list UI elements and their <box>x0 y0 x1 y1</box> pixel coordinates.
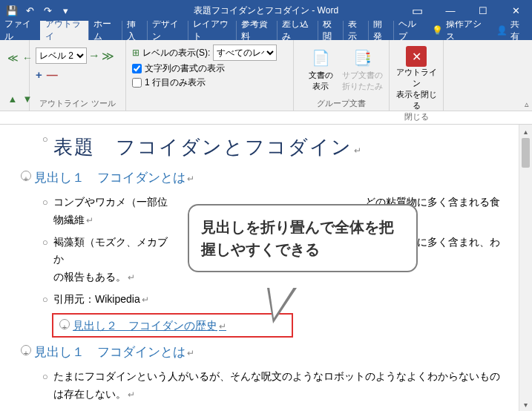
demote-icon[interactable]: → <box>88 49 100 62</box>
scroll-down-icon[interactable]: ▾ <box>519 398 532 411</box>
tab-layout[interactable]: レイアウト <box>188 21 236 40</box>
body-bullet-icon: ○ <box>37 368 53 382</box>
show-document-button[interactable]: 📄 文書の 表示 <box>300 43 341 92</box>
tab-view[interactable]: 表示 <box>343 21 368 40</box>
move-up-icon[interactable]: ▲ <box>6 93 19 105</box>
collapse-subdocs-button: 📑 サブ文書の 折りたたみ <box>341 43 383 92</box>
tab-review[interactable]: 校閲 <box>318 21 343 40</box>
group-label-master: グループ文書 <box>300 98 383 111</box>
body-bullet-icon: ○ <box>37 131 53 145</box>
window-title: 表題フコイダンとフコダイン - Word <box>194 4 338 17</box>
promote-to-heading1-icon[interactable]: ≪ <box>6 47 19 68</box>
minimize-button[interactable]: — <box>434 0 467 21</box>
lightbulb-icon: 💡 <box>432 25 443 36</box>
close-button[interactable]: ✕ <box>499 0 532 21</box>
save-icon[interactable]: 💾 <box>4 3 19 18</box>
show-level-icon: ⊞ <box>132 47 139 58</box>
tab-developer[interactable]: 開発 <box>368 21 393 40</box>
tab-outline[interactable]: アウトライ <box>40 21 88 40</box>
tell-me-input[interactable]: 操作アシス <box>446 18 483 43</box>
expand-node-icon[interactable]: + <box>21 171 31 181</box>
tab-references[interactable]: 参考資料 <box>236 21 277 40</box>
body-bullet-icon: ○ <box>37 234 53 248</box>
body-para[interactable]: フコイダンがいつの間にか誤ってそう呼ばれるようになったのである <box>53 408 501 411</box>
body-bullet-icon: ○ <box>37 408 53 411</box>
expand-node-icon[interactable]: + <box>59 319 70 329</box>
collapse-icon[interactable]: — <box>47 68 58 81</box>
doc-title[interactable]: 表題 フコイダンとフコダイン <box>53 131 501 163</box>
outline-level-select[interactable]: レベル 2 <box>36 47 87 64</box>
ribbon-display-options-icon[interactable]: ▭ <box>406 0 428 21</box>
expand-node-icon[interactable]: + <box>21 345 31 355</box>
demote-to-body-icon[interactable]: ≫ <box>102 49 114 63</box>
redo-icon[interactable]: ↷ <box>40 3 55 18</box>
vertical-scrollbar[interactable]: ▴ ▾ <box>519 125 532 411</box>
close-outline-icon: ✕ <box>406 46 427 67</box>
show-formatting-checkbox[interactable] <box>132 64 142 73</box>
ruler <box>0 111 532 125</box>
qat-more-icon[interactable]: ▾ <box>58 3 73 18</box>
scroll-up-icon[interactable]: ▴ <box>519 125 532 138</box>
body-bullet-icon: ○ <box>37 194 53 208</box>
tab-insert[interactable]: 挿入 <box>122 21 147 40</box>
body-para[interactable]: たまにフコダインという人がいるが、そんな呪文のようなロボットのようなよくわからな… <box>53 368 501 404</box>
heading1[interactable]: 見出し１ フコイダンとは <box>34 168 501 189</box>
share-icon: 👤 <box>496 25 508 36</box>
scroll-thumb[interactable] <box>522 138 530 168</box>
close-outline-button[interactable]: ✕ アウトライン 表示を閉じる <box>395 43 437 111</box>
collapse-ribbon-icon[interactable]: ▵ <box>525 99 529 109</box>
group-label-outline-tools: アウトライン ツール <box>36 98 119 111</box>
tab-home[interactable]: ホーム <box>88 21 121 40</box>
heading1[interactable]: 見出し１ フコダインとは <box>34 342 501 364</box>
annotation-callout: 見出しを折り畳んで全体を把握しやすくできる <box>188 204 418 272</box>
maximize-button[interactable]: ☐ <box>467 0 499 21</box>
show-level-label: レベルの表示(S): <box>142 47 210 59</box>
body-bullet-icon: ○ <box>37 291 53 305</box>
first-line-only-label: 1 行目のみ表示 <box>145 76 206 89</box>
heading2[interactable]: 見出し２ フコイダンの歴史 <box>73 316 289 335</box>
share-button[interactable]: 共有 <box>510 18 525 43</box>
expand-icon[interactable]: + <box>36 68 42 81</box>
tab-help[interactable]: ヘルプ <box>393 21 426 40</box>
tab-file[interactable]: ファイル <box>0 21 40 40</box>
undo-icon[interactable]: ↶ <box>22 3 37 18</box>
group-label-close: 閉じる <box>395 111 437 124</box>
show-formatting-label: 文字列の書式の表示 <box>145 62 225 75</box>
tab-mailings[interactable]: 差し込み <box>277 21 318 40</box>
subdoc-icon: 📑 <box>350 46 374 70</box>
tab-design[interactable]: デザイン <box>147 21 188 40</box>
document-icon: 📄 <box>309 46 332 70</box>
first-line-only-checkbox[interactable] <box>132 78 142 88</box>
show-level-select[interactable]: すべてのレベル <box>213 45 277 61</box>
